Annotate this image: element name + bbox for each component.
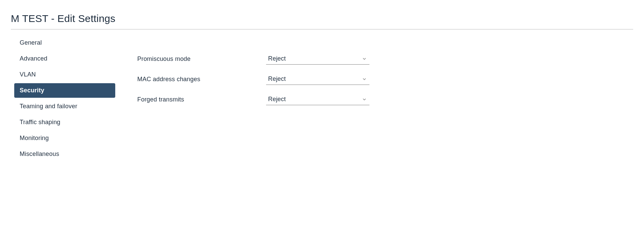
sidebar-item-label: Traffic shaping [20, 119, 60, 125]
forged-transmits-label: Forged transmits [137, 96, 266, 103]
sidebar-item-label: General [20, 39, 42, 46]
sidebar-item-label: Advanced [20, 55, 47, 62]
mac-address-changes-row: MAC address changes Reject [137, 73, 644, 85]
sidebar-item-vlan[interactable]: VLAN [14, 67, 115, 82]
mac-address-changes-label: MAC address changes [137, 76, 266, 83]
select-value: Reject [266, 73, 369, 85]
select-value: Reject [266, 53, 369, 65]
sidebar-item-miscellaneous[interactable]: Miscellaneous [14, 147, 115, 161]
sidebar-item-traffic-shaping[interactable]: Traffic shaping [14, 115, 115, 130]
page-title: M TEST - Edit Settings [0, 0, 644, 29]
sidebar-item-label: Teaming and failover [20, 103, 77, 110]
forged-transmits-select[interactable]: Reject [266, 94, 369, 105]
promiscuous-mode-label: Promiscuous mode [137, 55, 266, 63]
settings-sidebar: General Advanced VLAN Security Teaming a… [0, 36, 119, 163]
content-area: General Advanced VLAN Security Teaming a… [0, 29, 644, 163]
promiscuous-mode-row: Promiscuous mode Reject [137, 53, 644, 65]
sidebar-item-label: Miscellaneous [20, 151, 59, 157]
select-value: Reject [266, 94, 369, 105]
sidebar-item-label: VLAN [20, 71, 36, 78]
forged-transmits-row: Forged transmits Reject [137, 94, 644, 105]
sidebar-item-advanced[interactable]: Advanced [14, 51, 115, 66]
sidebar-item-label: Security [20, 87, 44, 94]
mac-address-changes-select[interactable]: Reject [266, 73, 369, 85]
sidebar-item-security[interactable]: Security [14, 83, 115, 98]
sidebar-item-label: Monitoring [20, 135, 49, 141]
promiscuous-mode-select[interactable]: Reject [266, 53, 369, 65]
sidebar-item-general[interactable]: General [14, 36, 115, 50]
sidebar-item-monitoring[interactable]: Monitoring [14, 131, 115, 145]
sidebar-item-teaming-failover[interactable]: Teaming and failover [14, 99, 115, 114]
form-panel: Promiscuous mode Reject MAC address chan… [119, 36, 644, 163]
